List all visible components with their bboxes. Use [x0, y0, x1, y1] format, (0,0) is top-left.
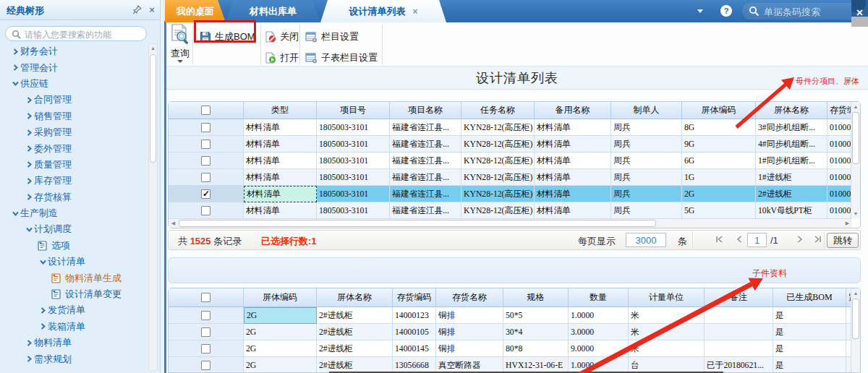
chevron-right-icon[interactable] — [24, 194, 34, 200]
table-cell[interactable]: 材料清单 — [535, 136, 611, 153]
chevron-right-icon[interactable] — [24, 340, 34, 346]
table-cell[interactable]: 2#进线柜 — [317, 340, 393, 357]
barcode-search-input[interactable]: 单据条码搜索 — [742, 3, 868, 20]
table-cell[interactable] — [705, 340, 773, 357]
table-cell[interactable]: 010008 — [827, 119, 851, 136]
table-cell[interactable]: 2G — [244, 324, 317, 340]
column-header[interactable]: 计量单位 — [629, 288, 705, 306]
table-cell[interactable]: 材料清单 — [244, 136, 317, 153]
scroll-up-icon[interactable]: ▲ — [851, 288, 860, 298]
table-cell[interactable] — [169, 340, 244, 357]
last-page-button[interactable] — [811, 234, 824, 247]
table-cell[interactable]: 1805003-3101 — [317, 186, 390, 202]
table-cell[interactable]: 材料清单 — [535, 169, 611, 186]
master-grid-hscrollbar[interactable]: ◀ ▶ — [169, 218, 852, 228]
table-cell[interactable]: 5G — [682, 202, 756, 219]
sidebar-item-node[interactable]: 计划调度 — [0, 221, 145, 237]
table-cell[interactable]: 4#同步机组断... — [756, 136, 827, 153]
active-cell[interactable]: 2G — [244, 307, 317, 324]
table-cell[interactable]: 材料清单 — [244, 153, 317, 169]
table-cell[interactable]: 是 — [773, 307, 846, 324]
row-checkbox[interactable] — [201, 361, 210, 370]
table-cell[interactable]: 14000123 — [393, 307, 436, 324]
column-header[interactable]: 制单人 — [611, 102, 682, 119]
table-cell[interactable]: 6G — [682, 153, 756, 169]
table-cell[interactable]: 9G — [682, 136, 756, 153]
table-cell[interactable]: 2#进线柜 — [756, 186, 827, 202]
scroll-down-icon[interactable]: ▼ — [851, 209, 860, 218]
sidebar-item-node[interactable]: 财务会计 — [0, 43, 145, 59]
table-cell[interactable]: 米 — [629, 324, 705, 340]
subtable-column-settings-button[interactable]: 子表栏目设置 — [305, 50, 378, 66]
row-checkbox[interactable] — [201, 140, 210, 149]
sidebar-item-node[interactable]: 管理会计 — [0, 59, 145, 75]
tab-overflow-caret-icon[interactable] — [697, 9, 703, 13]
table-cell[interactable]: 1.0000 — [569, 357, 629, 373]
row-checkbox[interactable] — [201, 327, 210, 337]
sidebar-item-node[interactable]: 发货清单 — [0, 302, 145, 318]
table-cell[interactable]: 13056668 — [393, 357, 436, 373]
page-number-input[interactable]: 1 — [747, 233, 767, 247]
column-header[interactable]: 屏体名称 — [756, 102, 827, 119]
row-checkbox[interactable] — [201, 344, 210, 353]
chevron-right-icon[interactable] — [38, 323, 48, 330]
table-cell[interactable]: KYN28-12(高压柜) — [461, 136, 535, 153]
column-header[interactable]: 存货编码 — [393, 288, 436, 306]
table-cell[interactable]: 010008 — [827, 169, 851, 186]
chevron-right-icon[interactable] — [24, 145, 34, 152]
table-row[interactable]: 材料清单1805003-3101福建省连江县...KYN28-12(高压柜)材料… — [169, 186, 860, 202]
sidebar-item-node[interactable]: 需求规划 — [0, 351, 145, 366]
master-grid-vscrollbar[interactable]: ▲ ▼ — [851, 102, 860, 218]
table-cell[interactable]: 010008 — [827, 153, 851, 169]
table-cell[interactable]: 2#进线柜 — [317, 307, 393, 324]
table-cell[interactable]: KYN28-12(高压柜) — [461, 153, 535, 169]
scroll-up-icon[interactable]: ▲ — [149, 44, 157, 53]
table-cell[interactable]: 材料清单 — [535, 202, 611, 219]
sidebar-item-node[interactable]: 存货核算 — [0, 189, 145, 205]
sidebar-item-node[interactable]: 物料清单 — [0, 335, 145, 351]
table-cell[interactable]: 材料清单 — [244, 169, 317, 186]
table-cell[interactable]: 米 — [629, 307, 705, 324]
column-header[interactable]: 存货名称 — [436, 288, 503, 306]
table-cell[interactable]: 1805003-3101 — [317, 169, 390, 186]
table-row[interactable]: 2G2#进线柜14000123铜排50*51.0000米是 — [169, 307, 860, 324]
table-cell[interactable]: 010008 — [827, 136, 851, 153]
table-cell[interactable]: 1805003-3101 — [317, 202, 390, 219]
table-cell[interactable]: HVX12-31-06-E — [503, 357, 569, 373]
sidebar-item-node[interactable]: 合同管理 — [0, 92, 145, 108]
tab-close-icon[interactable]: × — [412, 7, 417, 17]
table-cell[interactable]: 是 — [773, 357, 846, 373]
table-cell[interactable]: 50*5 — [503, 307, 569, 324]
row-checkbox[interactable] — [201, 311, 210, 320]
table-cell[interactable]: 14000145 — [393, 340, 436, 357]
table-cell[interactable]: 福建省连江县... — [390, 153, 461, 169]
table-cell[interactable]: 福建省连江县... — [390, 119, 461, 136]
detail-grid-vscrollbar[interactable]: ▲ — [851, 288, 860, 372]
help-icon[interactable]: ? — [720, 5, 732, 17]
table-cell[interactable]: KYN28-12(高压柜) — [461, 169, 535, 186]
table-cell[interactable] — [169, 202, 244, 219]
table-cell[interactable] — [169, 324, 244, 340]
table-cell[interactable]: 2#进线柜 — [317, 324, 393, 340]
table-cell[interactable]: 周兵 — [611, 202, 682, 219]
next-page-button[interactable] — [793, 234, 807, 247]
sidebar-item-node[interactable]: 库存管理 — [0, 173, 145, 189]
tab-design-list[interactable]: 设计清单列表× — [320, 0, 446, 22]
table-cell[interactable]: 9.0000 — [569, 340, 629, 357]
table-cell[interactable]: 材料清单 — [244, 119, 317, 136]
open-button[interactable]: 打开 — [265, 50, 299, 66]
table-cell[interactable]: 是 — [773, 340, 846, 357]
table-cell[interactable]: 周兵 — [611, 186, 682, 202]
column-header[interactable]: 规格 — [503, 288, 569, 306]
chevron-down-icon[interactable] — [10, 210, 20, 217]
chevron-down-icon[interactable] — [38, 259, 48, 265]
table-cell[interactable]: 010008 — [827, 202, 851, 219]
table-cell[interactable] — [169, 186, 244, 202]
chevron-right-icon[interactable] — [24, 129, 34, 136]
table-cell[interactable]: 真空断路器 — [436, 357, 503, 373]
table-cell[interactable]: 福建省连江县... — [390, 202, 461, 219]
table-cell[interactable]: 铜排 — [436, 324, 503, 340]
sidebar-item-node[interactable]: 采购管理 — [0, 124, 145, 140]
table-cell[interactable]: 1.0000 — [569, 307, 629, 324]
table-cell[interactable] — [705, 307, 773, 324]
